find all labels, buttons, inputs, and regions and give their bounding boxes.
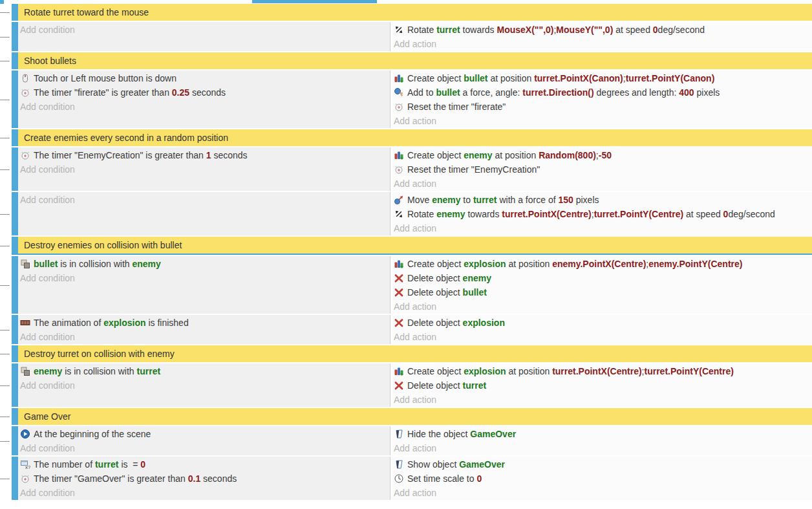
action-text-segment: Create object [407, 73, 464, 83]
condition-text-segment: is finished [146, 318, 189, 328]
action-item[interactable]: Reset the timer "EnemyCreation" [394, 162, 812, 177]
condition-text-segment: Touch or Left mouse button is down [34, 73, 176, 83]
actions-column: Rotate turret towards MouseX("",0);Mouse… [390, 22, 812, 51]
action-text-segment: towards [465, 209, 502, 219]
event-drag-bar[interactable] [12, 256, 18, 314]
event-drag-bar[interactable] [12, 129, 18, 146]
event-drag-bar[interactable] [12, 237, 18, 254]
condition-item[interactable]: The timer "EnemyCreation" is greater tha… [20, 148, 390, 162]
actions-column: Create object enemy at position Random(8… [390, 147, 812, 191]
add-action-button[interactable]: Add action [394, 221, 812, 235]
group-header-title[interactable]: Game Over [18, 408, 812, 425]
group-header-title[interactable]: Rotate turret toward the mouse [18, 4, 812, 21]
event-row: Add conditionRotate turret towards Mouse… [0, 22, 812, 51]
event-drag-bar[interactable] [12, 363, 18, 407]
add-action-button[interactable]: Add action [394, 37, 812, 51]
condition-item[interactable]: At the beginning of the scene [20, 427, 390, 441]
event-gutter [0, 345, 12, 362]
add-condition-button[interactable]: Add condition [20, 162, 390, 177]
action-item[interactable]: Hide the object GameOver [394, 427, 812, 441]
action-item[interactable]: Add to bullet a force, angle: turret.Dir… [394, 85, 812, 100]
action-item[interactable]: Create object explosion at position enem… [394, 257, 812, 271]
event-drag-bar[interactable] [12, 147, 18, 191]
action-text-segment: Move [407, 195, 432, 205]
event-drag-bar[interactable] [12, 192, 18, 235]
condition-item[interactable]: The timer "GameOver" is greater than 0.1… [20, 471, 390, 486]
action-text-segment: explosion [464, 366, 506, 376]
condition-item[interactable]: enemy is in collision with turret [20, 364, 390, 378]
condition-item[interactable]: bullet is in collision with enemy [20, 257, 390, 271]
action-text-segment: turret.PointY(Centre) [594, 209, 683, 219]
group-header-title[interactable]: Create enemies every second in a random … [18, 129, 812, 146]
condition-text-segment: enemy [133, 259, 161, 269]
add-condition-button[interactable]: Add condition [20, 100, 390, 114]
action-item[interactable]: Create object explosion at position turr… [394, 364, 812, 378]
top-strip [0, 0, 812, 3]
action-text-segment: Rotate [407, 25, 436, 35]
add-condition-button[interactable]: Add condition [20, 23, 390, 37]
action-text-segment: GameOver [470, 429, 516, 439]
add-action-button[interactable]: Add action [394, 299, 812, 314]
conditions-column: Add condition [18, 192, 390, 235]
action-text-segment: enemy [432, 195, 460, 205]
event-row: Touch or Left mouse button is downThe ti… [0, 70, 812, 128]
event-drag-bar[interactable] [12, 22, 18, 51]
add-action-button[interactable]: Add action [394, 393, 812, 407]
add-condition-button[interactable]: Add condition [20, 378, 390, 393]
add-condition-button[interactable]: Add condition [20, 193, 390, 207]
condition-item[interactable]: The animation of explosion is finished [20, 316, 390, 330]
event-row: The animation of explosion is finishedAd… [0, 315, 812, 344]
condition-item[interactable]: x?The number of turret is = 0 [20, 457, 390, 471]
add-action-button[interactable]: Add action [394, 441, 812, 455]
event-drag-bar[interactable] [12, 426, 18, 455]
add-condition-button[interactable]: Add condition [20, 330, 390, 344]
action-item[interactable]: Show object GameOver [394, 457, 812, 471]
delete-icon [394, 273, 404, 283]
conditions-column: The timer "EnemyCreation" is greater tha… [18, 147, 390, 191]
group-header-title[interactable]: Shoot bullets [18, 52, 812, 69]
condition-item[interactable]: The timer "firerate" is greater than 0.2… [20, 85, 390, 100]
conditions-column: enemy is in collision with turretAdd con… [18, 363, 390, 407]
action-text-segment: turret.Direction() [522, 87, 593, 98]
add-condition-button[interactable]: Add condition [20, 441, 390, 455]
condition-text-segment: At the beginning of the scene [34, 429, 151, 439]
timer-icon [20, 150, 30, 160]
event-group: Create enemies every second in a random … [0, 129, 812, 146]
group-header-title[interactable]: Destroy turret on collision with enemy [18, 345, 812, 362]
add-action-button[interactable]: Add action [394, 177, 812, 191]
event-drag-bar[interactable] [12, 70, 18, 128]
action-item[interactable]: Create object bullet at position turret.… [394, 71, 812, 85]
add-condition-button[interactable]: Add condition [20, 486, 390, 500]
event-drag-bar[interactable] [12, 4, 18, 21]
action-item[interactable]: Rotate turret towards MouseX("",0);Mouse… [394, 23, 812, 37]
action-item[interactable]: Delete object turret [394, 378, 812, 393]
event-drag-bar[interactable] [12, 52, 18, 69]
add-action-button[interactable]: Add action [394, 330, 812, 344]
action-item[interactable]: Rotate enemy towards turret.PointX(Centr… [394, 207, 812, 221]
group-header-title[interactable]: Destroy enemies on collision with bullet [18, 237, 812, 254]
event-drag-bar[interactable] [12, 345, 18, 362]
visibility-icon [394, 459, 404, 470]
action-item[interactable]: Delete object bullet [394, 285, 812, 299]
add-action-button[interactable]: Add action [394, 486, 812, 500]
add-action-button[interactable]: Add action [394, 114, 812, 128]
action-item[interactable]: Reset the timer "firerate" [394, 100, 812, 114]
add-condition-button[interactable]: Add condition [20, 271, 390, 285]
condition-text-segment: 0 [140, 459, 145, 470]
action-text-segment: deg/second [728, 209, 775, 219]
action-text-segment: MouseY("",0) [556, 25, 613, 35]
event-drag-bar[interactable] [12, 408, 18, 425]
event-drag-bar[interactable] [12, 457, 18, 500]
action-text-segment: -50 [599, 150, 612, 160]
action-item[interactable]: Create object enemy at position Random(8… [394, 148, 812, 162]
event-drag-bar[interactable] [12, 315, 18, 344]
action-item[interactable]: Move enemy to turret with a force of 150… [394, 193, 812, 207]
event-gutter [0, 426, 12, 455]
action-item[interactable]: Delete object explosion [394, 316, 812, 330]
action-item[interactable]: Delete object enemy [394, 271, 812, 285]
action-text-segment: at position [493, 150, 539, 160]
action-text-segment: explosion [463, 318, 505, 328]
action-item[interactable]: Set time scale to 0 [394, 471, 812, 486]
condition-item[interactable]: Touch or Left mouse button is down [20, 71, 390, 85]
condition-text-segment: 0.1 [188, 473, 200, 484]
